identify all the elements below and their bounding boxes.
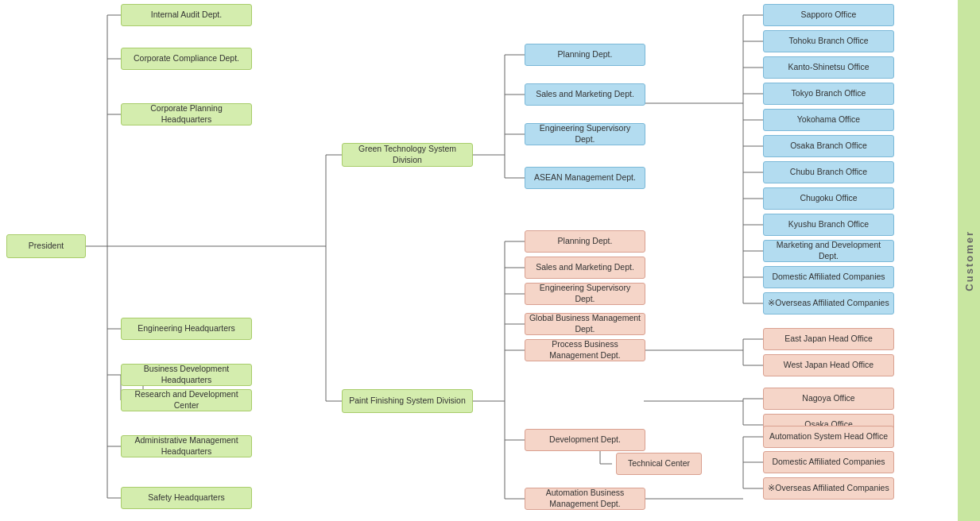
gt-eng-sup-label: Engineering Supervisory Dept.	[529, 123, 641, 145]
pf-eng-sup-label: Engineering Supervisory Dept.	[529, 283, 641, 304]
tohoku-label: Tohoku Branch Office	[788, 36, 868, 47]
auto-sys-hq-label: Automation System Head Office	[769, 431, 888, 442]
gt-sales-node: Sales and Marketing Dept.	[525, 83, 645, 106]
pf-tech-center-label: Technical Center	[628, 458, 690, 469]
pf-sales-label: Sales and Marketing Dept.	[536, 262, 634, 273]
engineering-hq-node: Engineering Headquarters	[121, 318, 252, 340]
rd-center-node: Research and Development Center	[121, 389, 252, 411]
kyushu-label: Kyushu Branch Office	[788, 219, 869, 230]
west-japan-node: West Japan Head Office	[763, 354, 894, 376]
overseas-aff1-node: ※Overseas Affiliated Companies	[763, 292, 894, 315]
pf-dev-node: Development Dept.	[525, 429, 645, 451]
overseas-aff1-label: ※Overseas Affiliated Companies	[768, 298, 889, 309]
customer-label: Customer	[963, 230, 975, 291]
safety-hq-node: Safety Headquarters	[121, 487, 252, 509]
pf-planning-label: Planning Dept.	[558, 236, 613, 247]
pf-eng-sup-node: Engineering Supervisory Dept.	[525, 283, 645, 305]
corp-compliance-node: Corporate Compliance Dept.	[121, 48, 252, 70]
nagoya-node: Nagoya Office	[763, 388, 894, 410]
biz-dev-hq-node: Business Development Headquarters	[121, 364, 252, 386]
yokohama-node: Yokohama Office	[763, 109, 894, 131]
tohoku-node: Tohoku Branch Office	[763, 30, 894, 52]
gt-sales-label: Sales and Marketing Dept.	[536, 89, 634, 100]
overseas-aff2-label: ※Overseas Affiliated Companies	[768, 483, 889, 494]
pf-global-biz-label: Global Business Management Dept.	[529, 313, 641, 334]
biz-dev-hq-label: Business Development Headquarters	[125, 364, 248, 385]
osaka-br-label: Osaka Branch Office	[790, 141, 867, 152]
customer-sidebar: Customer	[958, 0, 980, 521]
paint-finish-div-label: Paint Finishing System Division	[349, 396, 465, 407]
president-node: President	[6, 234, 86, 258]
chubu-label: Chubu Branch Office	[790, 167, 867, 178]
tokyo-br-node: Tokyo Branch Office	[763, 83, 894, 105]
corp-compliance-label: Corporate Compliance Dept.	[134, 53, 239, 64]
admin-mgmt-hq-node: Administrative Management Headquarters	[121, 435, 252, 457]
green-tech-div-label: Green Technology System Division	[346, 144, 469, 165]
internal-audit-node: Internal Audit Dept.	[121, 4, 252, 26]
chugoku-label: Chugoku Office	[800, 193, 857, 204]
gt-planning-label: Planning Dept.	[558, 49, 613, 60]
gt-asean-label: ASEAN Management Dept.	[534, 172, 636, 183]
pf-tech-center-node: Technical Center	[616, 453, 702, 475]
dom-aff1-node: Domestic Affiliated Companies	[763, 266, 894, 288]
pf-process-biz-node: Process Business Management Dept.	[525, 339, 645, 361]
engineering-hq-label: Engineering Headquarters	[138, 323, 235, 334]
auto-sys-hq-node: Automation System Head Office	[763, 426, 894, 448]
yokohama-label: Yokohama Office	[797, 114, 860, 125]
chart-container: President Internal Audit Dept. Corporate…	[0, 0, 980, 521]
tokyo-br-label: Tokyo Branch Office	[792, 88, 866, 99]
sapporo-label: Sapporo Office	[801, 10, 857, 21]
pf-global-biz-node: Global Business Management Dept.	[525, 313, 645, 335]
kyushu-node: Kyushu Branch Office	[763, 214, 894, 236]
pf-planning-node: Planning Dept.	[525, 230, 645, 253]
kanto-label: Kanto-Shinetsu Office	[788, 62, 870, 73]
sapporo-node: Sapporo Office	[763, 4, 894, 26]
pf-dev-label: Development Dept.	[549, 434, 621, 446]
gt-eng-sup-node: Engineering Supervisory Dept.	[525, 123, 645, 145]
mkt-dev-node: Marketing and Development Dept.	[763, 240, 894, 262]
pf-sales-node: Sales and Marketing Dept.	[525, 257, 645, 279]
internal-audit-label: Internal Audit Dept.	[151, 10, 222, 21]
mkt-dev-label: Marketing and Development Dept.	[767, 240, 890, 261]
pf-auto-biz-label: Automation Business Management Dept.	[529, 488, 641, 509]
president-label: President	[29, 241, 64, 252]
paint-finish-div-node: Paint Finishing System Division	[342, 389, 473, 413]
osaka-br-node: Osaka Branch Office	[763, 135, 894, 157]
gt-asean-node: ASEAN Management Dept.	[525, 167, 645, 189]
dom-aff2-node: Domestic Affiliated Companies	[763, 451, 894, 473]
east-japan-label: East Japan Head Office	[784, 334, 873, 345]
pf-auto-biz-node: Automation Business Management Dept.	[525, 488, 645, 510]
rd-center-label: Research and Development Center	[125, 389, 248, 411]
dom-aff2-label: Domestic Affiliated Companies	[772, 457, 885, 468]
admin-mgmt-hq-label: Administrative Management Headquarters	[125, 435, 248, 457]
pf-process-biz-label: Process Business Management Dept.	[529, 339, 641, 361]
green-tech-div-node: Green Technology System Division	[342, 143, 473, 167]
overseas-aff2-node: ※Overseas Affiliated Companies	[763, 477, 894, 500]
east-japan-node: East Japan Head Office	[763, 328, 894, 350]
kanto-node: Kanto-Shinetsu Office	[763, 56, 894, 79]
corp-planning-hq-label: Corporate Planning Headquarters	[125, 103, 248, 125]
chugoku-node: Chugoku Office	[763, 187, 894, 210]
nagoya-label: Nagoya Office	[802, 393, 854, 404]
dom-aff1-label: Domestic Affiliated Companies	[772, 272, 885, 283]
chubu-node: Chubu Branch Office	[763, 161, 894, 183]
corp-planning-hq-node: Corporate Planning Headquarters	[121, 103, 252, 125]
gt-planning-node: Planning Dept.	[525, 44, 645, 66]
west-japan-label: West Japan Head Office	[784, 360, 873, 371]
safety-hq-label: Safety Headquarters	[148, 492, 224, 504]
